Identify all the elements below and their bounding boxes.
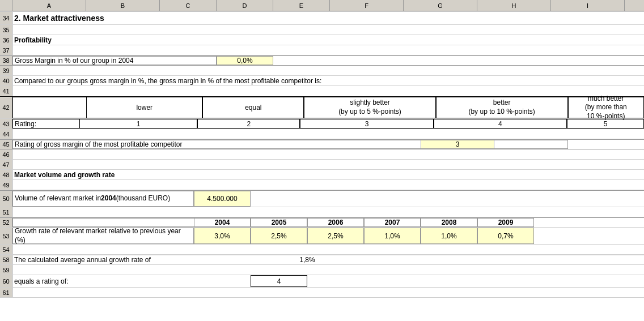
row-54-empty (12, 245, 579, 254)
rownum-47: 47 (0, 160, 12, 169)
row-43: 43 Rating: 1 2 3 4 5 (0, 119, 644, 129)
rownum-45: 45 (0, 140, 12, 149)
year-2009: 2009 (477, 218, 534, 227)
row-51-empty (12, 207, 579, 217)
row-46: 46 (0, 149, 644, 160)
row-60: 60 equals a rating of: 4 (0, 275, 644, 288)
rating-val-3: 3 (300, 119, 433, 129)
row-58: 58 The calculated average annual growth … (0, 255, 644, 265)
avg-growth-value: 1,8% (251, 255, 364, 264)
row-41: 41 (0, 86, 644, 96)
rownum-36: 36 (0, 35, 12, 45)
rownum-46: 46 (0, 149, 12, 159)
rating-label: Rating: (12, 119, 79, 129)
profitability-label: Profitability (12, 35, 296, 45)
rownum-49: 49 (0, 180, 12, 190)
rownum-54: 54 (0, 245, 12, 254)
row-50-rest (251, 191, 644, 207)
row-53-rest (534, 228, 644, 244)
rownum-51: 51 (0, 207, 12, 217)
rownum-52: 52 (0, 218, 12, 227)
col-header-d: D (217, 0, 273, 11)
rating-header-much-better: much better(by more than10 %-points) (568, 97, 645, 118)
row-48: 48 Market volume and growth rate (0, 170, 644, 180)
gross-margin-label: Gross Margin in % of our group in 2004 (12, 56, 217, 65)
row-49: 49 (0, 180, 644, 190)
year-2007: 2007 (364, 218, 421, 227)
rownum-38: 38 (0, 56, 12, 65)
row-52: 52 2004 2005 2006 2007 2008 2009 (0, 217, 644, 228)
row-39: 39 (0, 66, 644, 76)
rating-header-lower: lower (86, 97, 202, 118)
rownum-50: 50 (0, 191, 12, 207)
row-58-rest (364, 255, 644, 264)
col-header-e: E (273, 0, 330, 11)
growth-header-empty (12, 218, 194, 227)
row-45-end (568, 140, 644, 149)
volume-label: Volume of relevant market in 2004 (thous… (12, 191, 194, 207)
spreadsheet: A B C D E F G H I J K 34 2. Market attra… (0, 0, 644, 321)
row-54: 54 (0, 245, 644, 255)
volume-label-bold: 2004 (101, 194, 116, 203)
corner-cell (0, 0, 12, 11)
rownum-40: 40 (0, 76, 12, 85)
col-header-c: C (160, 0, 217, 11)
rownum-34: 34 (0, 12, 12, 24)
market-volume-title: Market volume and growth rate (12, 170, 409, 179)
rownum-35: 35 (0, 25, 12, 35)
year-2005: 2005 (251, 218, 307, 227)
growth-2004[interactable]: 3,0% (194, 228, 251, 244)
volume-label-text1: Volume of relevant market in (15, 194, 101, 203)
col-header-f: F (330, 0, 404, 11)
rating-header-empty (12, 97, 86, 118)
row-42: 42 lower equal slightly better(by up to … (0, 96, 644, 119)
rownum-59: 59 (0, 265, 12, 275)
section-title: 2. Market attractiveness (12, 12, 644, 24)
gross-margin-rating-value[interactable]: 3 (421, 140, 494, 149)
row-47: 47 (0, 160, 644, 170)
growth-rate-text: Growth rate of relevant market relative … (15, 227, 192, 245)
row-38-rest (273, 56, 644, 65)
row-45-rest (494, 140, 568, 149)
rownum-42: 42 (0, 97, 12, 118)
year-2006: 2006 (307, 218, 364, 227)
row-37: 37 (0, 45, 644, 55)
rownum-61: 61 (0, 288, 12, 297)
row-35: 35 (0, 25, 644, 35)
row-61: 61 (0, 288, 644, 298)
row-38: 38 Gross Margin in % of our group in 200… (0, 55, 644, 66)
row-59-empty (12, 265, 579, 275)
column-headers: A B C D E F G H I J K (0, 0, 644, 11)
gross-margin-rating-label: Rating of gross margin of the most profi… (12, 140, 421, 149)
growth-rate-label: Growth rate of relevant market relative … (12, 228, 194, 244)
growth-2009[interactable]: 0,7% (477, 228, 534, 244)
rating-header-equal: equal (202, 97, 304, 118)
rownum-53: 53 (0, 228, 12, 244)
row-50: 50 Volume of relevant market in 2004 (th… (0, 190, 644, 207)
row-35-empty (12, 25, 579, 35)
growth-2007[interactable]: 1,0% (364, 228, 421, 244)
comparison-text: Compared to our groups gross margin in %… (12, 76, 523, 85)
row-46-empty (12, 149, 579, 159)
growth-2006[interactable]: 2,5% (307, 228, 364, 244)
col-header-b: B (86, 0, 160, 11)
rownum-39: 39 (0, 66, 12, 75)
growth-2005[interactable]: 2,5% (251, 228, 307, 244)
rating-val-4: 4 (434, 119, 567, 129)
rating-header-slightly-better: slightly better(by up to 5 %-points) (304, 97, 436, 118)
row-47-empty (12, 160, 579, 169)
rating-of-label: equals a rating of: (12, 275, 251, 287)
col-header-i: I (551, 0, 625, 11)
row-39-empty (12, 66, 579, 75)
rating-of-value[interactable]: 4 (251, 275, 307, 287)
gross-margin-value[interactable]: 0,0% (217, 56, 273, 65)
rownum-41: 41 (0, 86, 12, 96)
row-36: 36 Profitability (0, 35, 644, 45)
volume-value[interactable]: 4.500.000 (194, 191, 251, 207)
row-45: 45 Rating of gross margin of the most pr… (0, 139, 644, 149)
row-53: 53 Growth rate of relevant market relati… (0, 228, 644, 245)
rating-val-1: 1 (79, 119, 197, 129)
growth-2008[interactable]: 1,0% (421, 228, 477, 244)
rating-val-2: 2 (197, 119, 300, 129)
col-header-h: H (477, 0, 551, 11)
